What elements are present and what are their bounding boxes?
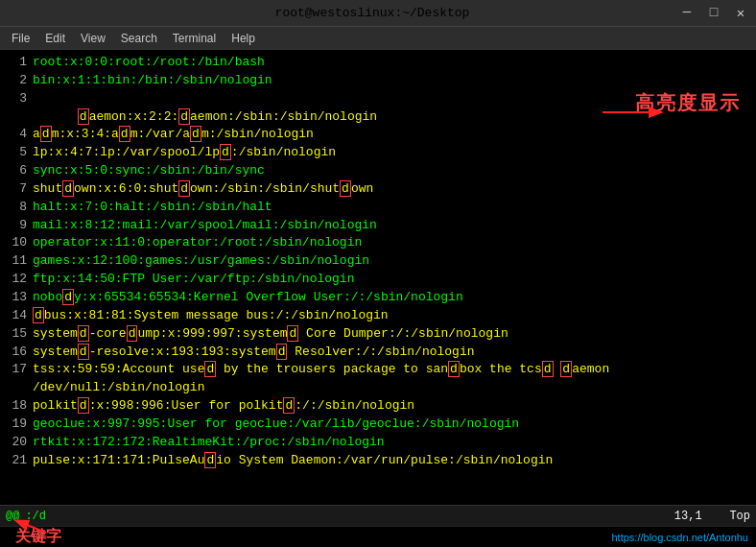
highlight-d: d: [40, 126, 52, 142]
highlight-d: d: [78, 108, 89, 125]
table-row: 6 sync:x:5:0:sync:/sbin:/bin/sync: [6, 162, 750, 180]
table-row: 10 operator:x:11:0:operator:/root:/sbin/…: [6, 234, 750, 252]
highlight-d: d: [276, 344, 288, 360]
table-row: /dev/null:/sbin/nologin: [6, 379, 750, 397]
menu-terminal[interactable]: Terminal: [165, 30, 224, 47]
highlight-d: d: [78, 344, 89, 360]
table-row: 3 daemon:x:2:2:daemon:/sbin:/sbin/nologi…: [6, 90, 750, 127]
table-row: 13 nobody:x:65534:65534:Kernel Overflow …: [6, 289, 750, 307]
table-row: 14 dbus:x:81:81:System message bus:/:/sb…: [6, 307, 750, 325]
table-row: 16 systemd-resolve:x:193:193:systemd Res…: [6, 344, 750, 362]
maximize-button[interactable]: □: [706, 5, 721, 21]
infobar: 关键字 https://blog.csdn.net/Antonhu: [0, 526, 756, 547]
table-row: 5 lp:x:4:7:lp:/var/spool/lpd:/sbin/nolog…: [6, 144, 750, 162]
table-row: 9 mail:x:8:12:mail:/var/spool/mail:/sbin…: [6, 217, 750, 235]
table-row: 20 rtkit:x:172:172:RealtimeKit:/proc:/sb…: [6, 434, 750, 452]
highlight-d: d: [220, 144, 231, 160]
highlight-d: d: [283, 397, 295, 414]
titlebar: root@westoslinux:~/Desktop ─ □ ✕: [0, 0, 756, 27]
table-row: 2 bin:x:1:1:bin:/bin:/sbin/nologin: [6, 72, 750, 90]
highlight-d: d: [204, 361, 216, 377]
table-row: 15 systemd-coredump:x:999:997:systemd Co…: [6, 325, 750, 344]
table-row: 7 shutdown:x:6:0:shutdown:/sbin:/sbin/sh…: [6, 180, 750, 199]
table-row: 11 games:x:12:100:games:/usr/games:/sbin…: [6, 252, 750, 271]
table-row: 19 geoclue:x:997:995:User for geoclue:/v…: [6, 416, 750, 434]
menu-file[interactable]: File: [4, 30, 37, 47]
highlight-d: d: [448, 361, 460, 377]
table-row: 1 root:x:0:0:root:/root:/bin/bash: [6, 54, 750, 72]
terminal-content: 高亮度显示 1 root:x:0:0:root:/root:/bin/bash …: [0, 50, 756, 505]
table-row: 8 halt:x:7:0:halt:/sbin:/sbin/halt: [6, 199, 750, 217]
close-button[interactable]: ✕: [733, 5, 748, 21]
minimize-button[interactable]: ─: [679, 5, 695, 21]
highlight-d: d: [204, 452, 216, 468]
menubar: File Edit View Search Terminal Help: [0, 27, 756, 50]
menu-search[interactable]: Search: [113, 30, 165, 47]
table-row: 12 ftp:x:14:50:FTP User:/var/ftp:/sbin/n…: [6, 271, 750, 289]
highlight-d: d: [119, 126, 130, 142]
highlight-d: d: [178, 180, 190, 197]
highlight-d: d: [178, 108, 190, 125]
highlight-d: d: [62, 289, 74, 305]
titlebar-controls[interactable]: ─ □ ✕: [679, 5, 748, 21]
highlight-d: d: [560, 361, 572, 377]
table-row: 18 polkitd:x:998:996:User for polkitd:/:…: [6, 397, 750, 416]
menu-view[interactable]: View: [73, 30, 113, 47]
highlight-d: d: [33, 307, 44, 323]
highlight-d: d: [190, 126, 201, 142]
highlight-d: d: [62, 180, 74, 197]
titlebar-title: root@westoslinux:~/Desktop: [275, 6, 470, 20]
table-row: 4 adm:x:3:4:adm:/var/adm:/sbin/nologin: [6, 126, 750, 144]
statusbar: @@ :/d 13,1 Top: [0, 505, 756, 526]
highlight-d: d: [340, 180, 351, 197]
table-row: 17 tss:x:59:59:Account used by the trous…: [6, 361, 750, 379]
menu-edit[interactable]: Edit: [37, 30, 73, 47]
status-mode: @@: [6, 510, 19, 523]
status-path: :/d: [25, 510, 46, 523]
menu-help[interactable]: Help: [224, 30, 263, 47]
url-label: https://blog.csdn.net/Antonhu: [612, 532, 749, 543]
highlight-d: d: [127, 325, 138, 342]
highlight-d: d: [542, 361, 554, 377]
table-row: 21 pulse:x:171:171:PulseAudio System Dae…: [6, 452, 750, 470]
highlight-d: d: [287, 325, 298, 342]
highlight-d: d: [78, 325, 89, 342]
keyword-label: 关键字: [15, 527, 61, 547]
status-position: 13,1 Top: [674, 510, 750, 523]
highlight-d: d: [78, 397, 89, 414]
